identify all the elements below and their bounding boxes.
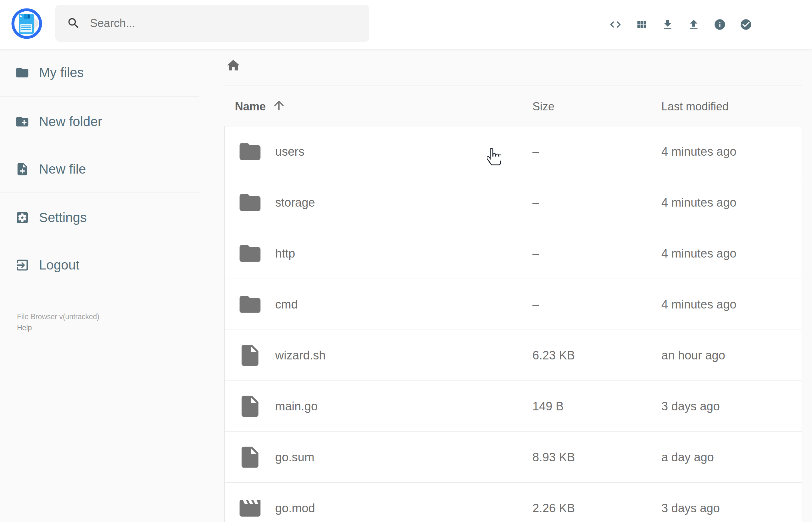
file-type-icon <box>238 343 263 368</box>
app-version-text: File Browser v(untracked) <box>17 313 99 321</box>
file-size: – <box>532 247 539 260</box>
raw-view-button[interactable] <box>609 18 622 31</box>
file-row[interactable]: go.mod 2.26 KB 3 days ago <box>225 482 801 522</box>
sidebar-item-new-file[interactable]: New file <box>0 156 199 183</box>
file-modified: 4 minutes ago <box>662 298 736 311</box>
file-type-icon <box>238 139 263 164</box>
info-button[interactable] <box>714 18 726 31</box>
check-circle-icon <box>740 18 752 31</box>
column-header-modified[interactable]: Last modified <box>662 100 729 113</box>
sidebar-item-label: Logout <box>39 258 79 273</box>
sort-ascending-arrow-icon[interactable] <box>272 98 286 113</box>
sidebar-item-label: My files <box>39 65 84 80</box>
file-listing: users – 4 minutes ago storage – <box>224 126 802 522</box>
file-row[interactable]: wizard.sh 6.23 KB an hour ago <box>225 329 801 381</box>
file-type-icon <box>238 394 263 419</box>
settings-icon <box>15 210 29 225</box>
column-header-size[interactable]: Size <box>532 100 554 113</box>
sidebar-item-settings[interactable]: Settings <box>0 204 199 231</box>
folder-icon <box>238 139 263 164</box>
file-name: go.sum <box>275 450 314 464</box>
file-type-icon <box>238 292 263 317</box>
file-name: users <box>275 145 304 159</box>
file-size: 8.93 KB <box>532 450 575 464</box>
floppy-disk-logo-icon <box>11 8 42 39</box>
file-modified: an hour ago <box>662 349 725 362</box>
file-modified: 4 minutes ago <box>662 145 736 159</box>
code-icon <box>609 18 622 31</box>
new-file-icon <box>15 162 29 176</box>
header-actions <box>609 0 752 49</box>
file-row[interactable]: main.go 149 B 3 days ago <box>225 381 801 431</box>
file-name: main.go <box>275 400 318 413</box>
sidebar-item-new-folder[interactable]: New folder <box>0 108 199 135</box>
file-modified: 3 days ago <box>662 502 720 515</box>
column-header-name[interactable]: Name <box>235 100 266 113</box>
file-icon <box>238 445 263 470</box>
logout-icon <box>15 258 29 272</box>
folder-icon <box>238 241 263 266</box>
search-input[interactable] <box>89 16 342 30</box>
folder-icon <box>15 65 29 80</box>
filebrowser-app: My files New folder New file Settings <box>0 0 812 522</box>
file-size: – <box>532 145 539 159</box>
help-link[interactable]: Help <box>17 322 32 333</box>
sidebar-item-label: New file <box>39 162 86 177</box>
file-size: – <box>532 196 539 209</box>
folder-icon <box>238 190 263 215</box>
file-row[interactable]: go.sum 8.93 KB a day ago <box>225 431 801 482</box>
file-row[interactable]: cmd – 4 minutes ago <box>225 279 801 329</box>
file-name: go.mod <box>275 502 315 515</box>
file-size: 2.26 KB <box>532 502 575 515</box>
file-modified: a day ago <box>662 450 714 464</box>
sidebar: My files New folder New file Settings <box>0 49 199 522</box>
file-row[interactable]: storage – 4 minutes ago <box>225 177 801 228</box>
file-modified: 4 minutes ago <box>662 196 736 209</box>
search-bar[interactable] <box>55 5 369 42</box>
sidebar-item-label: Settings <box>39 210 87 225</box>
breadcrumb-home-button[interactable] <box>226 58 241 73</box>
file-modified: 3 days ago <box>662 400 720 413</box>
sidebar-footer: File Browser v(untracked) Help <box>17 311 99 333</box>
download-icon <box>662 18 674 31</box>
file-size: 149 B <box>532 400 564 413</box>
download-button[interactable] <box>662 18 674 31</box>
file-type-icon <box>238 190 263 215</box>
search-icon <box>67 16 81 30</box>
sidebar-item-logout[interactable]: Logout <box>0 252 199 279</box>
upload-button[interactable] <box>688 18 700 31</box>
new-folder-icon <box>15 115 29 129</box>
file-modified: 4 minutes ago <box>662 247 736 260</box>
info-icon <box>714 18 726 31</box>
select-multiple-button[interactable] <box>740 18 752 31</box>
file-name: http <box>275 247 295 260</box>
file-name: cmd <box>275 298 298 311</box>
sidebar-divider <box>0 96 199 97</box>
top-header <box>0 0 812 49</box>
file-name: wizard.sh <box>275 349 326 362</box>
file-type-icon <box>238 496 263 521</box>
sidebar-item-label: New folder <box>39 114 102 129</box>
file-icon <box>238 343 263 368</box>
media-file-icon <box>238 496 263 521</box>
file-row[interactable]: users – 4 minutes ago <box>225 126 801 177</box>
file-name: storage <box>275 196 315 209</box>
app-logo[interactable] <box>11 8 42 39</box>
file-type-icon <box>238 241 263 266</box>
file-size: – <box>532 298 539 311</box>
sidebar-divider <box>0 193 199 193</box>
switch-view-button[interactable] <box>635 18 648 31</box>
file-type-icon <box>238 445 263 470</box>
upload-icon <box>688 18 700 31</box>
home-icon <box>226 58 241 73</box>
file-row[interactable]: http – 4 minutes ago <box>225 228 801 279</box>
file-icon <box>238 394 263 419</box>
sidebar-item-my-files[interactable]: My files <box>0 59 199 86</box>
file-size: 6.23 KB <box>532 349 575 362</box>
folder-icon <box>238 292 263 317</box>
grid-view-icon <box>635 18 648 31</box>
breadcrumb-divider <box>224 85 802 86</box>
